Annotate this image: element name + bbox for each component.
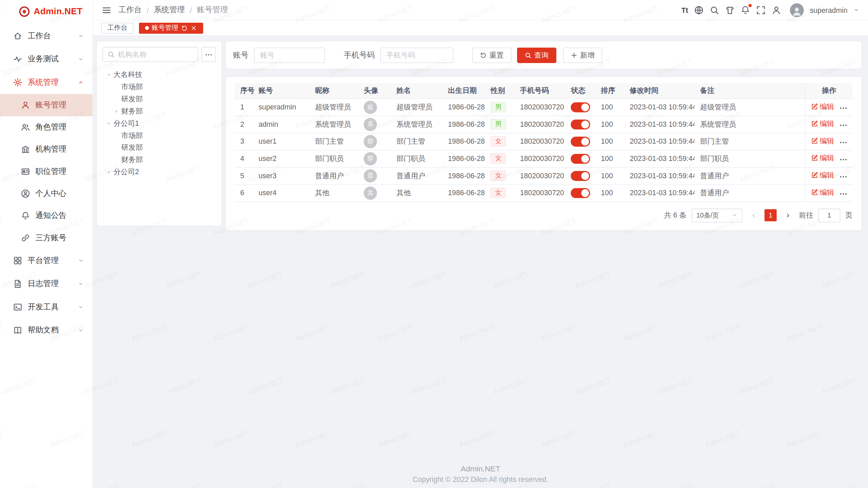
- user-settings-icon[interactable]: [772, 5, 781, 15]
- sidebar-item-notice[interactable]: 通知公告: [0, 205, 93, 227]
- edit-icon: [811, 171, 818, 179]
- sidebar-item-platform-manage[interactable]: 平台管理: [0, 249, 93, 272]
- hamburger-icon[interactable]: [102, 5, 111, 15]
- tree-node[interactable]: 研发部: [102, 93, 216, 105]
- org-more-button[interactable]: [201, 47, 216, 62]
- tree-node[interactable]: 市场部: [102, 129, 216, 142]
- breadcrumb-separator: /: [147, 5, 149, 14]
- row-more-button[interactable]: [839, 139, 847, 147]
- breadcrumb-item[interactable]: 系统管理: [154, 5, 185, 15]
- globe-icon[interactable]: [694, 5, 704, 15]
- sidebar-item-third-account[interactable]: 三方账号: [0, 227, 93, 249]
- tree-node[interactable]: 市场部: [102, 81, 216, 93]
- user-avatar[interactable]: [790, 3, 804, 17]
- cell-gender: 女: [485, 167, 515, 184]
- sidebar-item-personal-center[interactable]: 个人中心: [0, 183, 93, 205]
- tab-close-icon[interactable]: [191, 25, 197, 32]
- sidebar-item-account-manage[interactable]: 账号管理: [0, 94, 93, 116]
- edit-button[interactable]: 编辑: [811, 153, 834, 163]
- status-toggle[interactable]: [571, 171, 590, 181]
- account-input[interactable]: [254, 47, 325, 63]
- page-number[interactable]: 1: [765, 209, 777, 221]
- filter-bar: 账号 手机号码 重置 查询: [226, 41, 861, 68]
- edit-button[interactable]: 编辑: [811, 102, 834, 111]
- sidebar-item-workbench[interactable]: 工作台: [0, 24, 93, 48]
- cell-gender: 女: [485, 133, 515, 150]
- search-icon: [107, 51, 115, 58]
- tree-node[interactable]: 分公司1: [102, 117, 216, 129]
- cell-gender: 女: [485, 150, 515, 167]
- tree-caret-icon[interactable]: [112, 107, 120, 115]
- org-search-input[interactable]: [118, 50, 193, 59]
- tree-caret-icon[interactable]: [105, 168, 113, 176]
- sidebar-item-position-manage[interactable]: 职位管理: [0, 160, 93, 182]
- sidebar-item-system-manage[interactable]: 系统管理: [0, 71, 93, 94]
- edit-button[interactable]: 编辑: [811, 170, 834, 180]
- tree-node[interactable]: 大名科技: [102, 68, 216, 81]
- cell-sort: 100: [595, 167, 624, 184]
- logo[interactable]: Admin.NET: [0, 0, 93, 23]
- breadcrumb-item[interactable]: 账号管理: [197, 5, 228, 15]
- search-icon[interactable]: [710, 5, 719, 15]
- add-button[interactable]: 新增: [563, 47, 602, 63]
- cell-phone: 18020030720: [514, 167, 565, 184]
- chevron-down-icon: [78, 33, 83, 39]
- sidebar-item-org-manage[interactable]: 机构管理: [0, 138, 93, 160]
- fullscreen-icon[interactable]: [756, 5, 766, 15]
- sidebar-item-role-manage[interactable]: 角色管理: [0, 116, 93, 138]
- avatar: 部: [364, 152, 377, 165]
- page-size-select[interactable]: 10条/页: [691, 208, 742, 222]
- next-page-button[interactable]: [782, 209, 794, 221]
- edit-button[interactable]: 编辑: [811, 136, 834, 146]
- tree-node[interactable]: 财务部: [102, 154, 216, 166]
- prev-page-button[interactable]: [747, 209, 760, 221]
- breadcrumb-item[interactable]: 工作台: [118, 5, 142, 15]
- reset-button[interactable]: 重置: [472, 47, 512, 63]
- row-more-button[interactable]: [839, 121, 847, 129]
- phone-input[interactable]: [380, 47, 454, 63]
- status-toggle[interactable]: [571, 188, 590, 198]
- tree-node[interactable]: 财务部: [102, 105, 216, 117]
- bell-icon[interactable]: [741, 5, 750, 15]
- cell-modified: 2023-01-03 10:59:44: [624, 116, 695, 133]
- sidebar-item-dev-tools[interactable]: 开发工具: [0, 296, 93, 319]
- search-button[interactable]: 查询: [517, 47, 556, 63]
- cell-birthday: 1986-06-28: [442, 116, 485, 133]
- gender-tag: 男: [491, 119, 506, 129]
- tab-1[interactable]: 工作台: [101, 22, 134, 34]
- tree-node[interactable]: 研发部: [102, 142, 216, 154]
- row-more-button[interactable]: [839, 156, 847, 164]
- status-toggle[interactable]: [571, 154, 590, 163]
- edit-button[interactable]: 编辑: [811, 187, 834, 197]
- font-size-icon[interactable]: Tt: [681, 5, 688, 15]
- status-toggle[interactable]: [571, 119, 590, 129]
- sidebar-item-help-docs[interactable]: 帮助文档: [0, 319, 93, 342]
- sidebar-item-business-test[interactable]: 业务测试: [0, 47, 93, 71]
- cell-nickname: 超级管理员: [310, 99, 358, 116]
- tree-node[interactable]: 分公司2: [102, 166, 216, 178]
- theme-icon[interactable]: [725, 5, 735, 15]
- edit-label: 编辑: [820, 102, 834, 111]
- tree-caret-icon[interactable]: [105, 71, 113, 79]
- tree-node-label: 分公司2: [114, 167, 139, 177]
- app-root: Admin.NET 工作台业务测试系统管理账号管理角色管理机构管理职位管理个人中…: [0, 0, 868, 488]
- row-more-button[interactable]: [839, 173, 847, 181]
- breadcrumb-separator: /: [190, 5, 192, 14]
- edit-button[interactable]: 编辑: [811, 119, 834, 129]
- org-icon: [21, 145, 30, 154]
- log-icon: [13, 279, 22, 288]
- sidebar-item-log-manage[interactable]: 日志管理: [0, 272, 93, 296]
- row-more-button[interactable]: [839, 104, 847, 112]
- tree-caret-icon[interactable]: [105, 120, 113, 127]
- status-toggle[interactable]: [571, 102, 590, 112]
- row-more-button[interactable]: [839, 190, 847, 198]
- tab-refresh-icon[interactable]: [181, 25, 188, 32]
- chevron-up-icon: [78, 80, 83, 85]
- tab-2[interactable]: 账号管理: [139, 22, 203, 34]
- goto-page-input[interactable]: [818, 208, 840, 222]
- status-toggle[interactable]: [571, 136, 590, 146]
- cell-name: 其他: [391, 184, 442, 202]
- username[interactable]: superadmin: [810, 6, 848, 14]
- cell-account: user4: [253, 184, 310, 202]
- table-row: 4user2部门职员部部门职员1986-06-28女18020030720100…: [235, 150, 852, 167]
